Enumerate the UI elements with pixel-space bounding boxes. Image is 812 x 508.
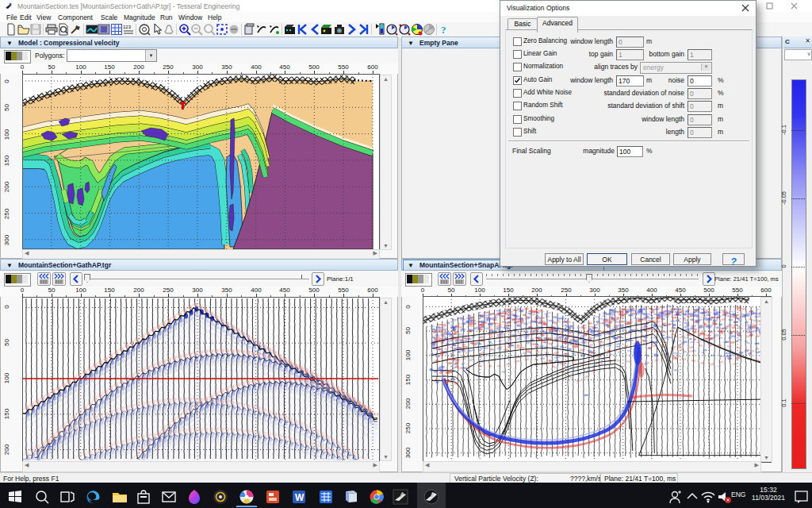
svg-text:?: ?: [441, 24, 446, 36]
svg-text:123: 123: [123, 25, 132, 29]
svg-text:W: W: [295, 492, 304, 503]
